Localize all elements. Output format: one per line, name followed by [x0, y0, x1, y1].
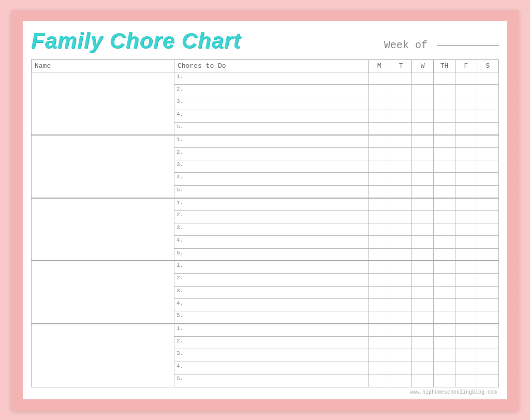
day-cell-1-1-5[interactable]: [477, 147, 498, 160]
day-cell-3-3-3[interactable]: [434, 298, 455, 311]
day-cell-1-0-2[interactable]: [412, 135, 434, 147]
day-cell-1-2-0[interactable]: [369, 160, 390, 173]
day-cell-1-1-1[interactable]: [390, 147, 412, 160]
day-cell-4-2-1[interactable]: [390, 349, 412, 362]
day-cell-2-4-0[interactable]: [369, 248, 390, 261]
day-cell-0-4-1[interactable]: [390, 122, 412, 134]
day-cell-4-2-4[interactable]: [455, 349, 477, 362]
chore-cell-3-2[interactable]: 3.: [174, 286, 368, 298]
day-cell-1-0-4[interactable]: [455, 135, 477, 147]
day-cell-0-2-1[interactable]: [390, 97, 412, 110]
day-cell-0-3-1[interactable]: [390, 110, 412, 122]
day-cell-4-1-5[interactable]: [477, 337, 498, 349]
day-cell-2-2-3[interactable]: [434, 223, 455, 235]
chore-cell-4-0[interactable]: 1.: [174, 324, 368, 336]
day-cell-3-3-2[interactable]: [412, 298, 434, 311]
day-cell-2-0-2[interactable]: [412, 198, 434, 211]
day-cell-0-3-3[interactable]: [434, 110, 455, 122]
chore-cell-4-2[interactable]: 3.: [174, 349, 368, 362]
day-cell-4-2-3[interactable]: [434, 349, 455, 362]
day-cell-1-4-1[interactable]: [390, 185, 412, 198]
chore-cell-1-4[interactable]: 5.: [174, 185, 368, 198]
day-cell-1-0-0[interactable]: [369, 135, 390, 147]
day-cell-3-3-0[interactable]: [369, 298, 390, 311]
day-cell-3-0-3[interactable]: [434, 261, 455, 273]
chore-cell-0-2[interactable]: 3.: [174, 97, 368, 110]
day-cell-0-1-0[interactable]: [369, 84, 390, 97]
day-cell-1-0-3[interactable]: [434, 135, 455, 147]
name-cell-2[interactable]: [32, 198, 174, 261]
day-cell-3-1-0[interactable]: [369, 274, 390, 286]
day-cell-0-0-5[interactable]: [477, 72, 498, 84]
chore-cell-1-0[interactable]: 1.: [174, 135, 368, 147]
day-cell-0-1-3[interactable]: [434, 84, 455, 97]
day-cell-4-2-0[interactable]: [369, 349, 390, 362]
day-cell-0-4-0[interactable]: [369, 122, 390, 134]
day-cell-1-4-3[interactable]: [434, 185, 455, 198]
chore-cell-2-1[interactable]: 2.: [174, 211, 368, 223]
day-cell-1-3-5[interactable]: [477, 173, 498, 185]
chore-cell-2-2[interactable]: 3.: [174, 223, 368, 235]
chore-cell-1-3[interactable]: 4.: [174, 173, 368, 185]
day-cell-3-0-2[interactable]: [412, 261, 434, 273]
day-cell-2-4-4[interactable]: [455, 248, 477, 261]
day-cell-3-4-5[interactable]: [477, 311, 498, 324]
day-cell-3-2-0[interactable]: [369, 286, 390, 298]
day-cell-4-0-3[interactable]: [434, 324, 455, 336]
day-cell-3-0-1[interactable]: [390, 261, 412, 273]
name-cell-0[interactable]: [32, 72, 174, 135]
day-cell-2-2-5[interactable]: [477, 223, 498, 235]
day-cell-1-1-3[interactable]: [434, 147, 455, 160]
day-cell-4-4-4[interactable]: [455, 374, 477, 387]
day-cell-2-0-0[interactable]: [369, 198, 390, 211]
day-cell-2-2-2[interactable]: [412, 223, 434, 235]
day-cell-1-4-2[interactable]: [412, 185, 434, 198]
day-cell-0-3-0[interactable]: [369, 110, 390, 122]
day-cell-0-2-0[interactable]: [369, 97, 390, 110]
day-cell-1-1-2[interactable]: [412, 147, 434, 160]
day-cell-2-1-2[interactable]: [412, 211, 434, 223]
day-cell-2-2-1[interactable]: [390, 223, 412, 235]
day-cell-2-3-1[interactable]: [390, 236, 412, 248]
day-cell-4-1-3[interactable]: [434, 337, 455, 349]
day-cell-2-3-0[interactable]: [369, 236, 390, 248]
day-cell-0-0-3[interactable]: [434, 72, 455, 84]
day-cell-2-3-5[interactable]: [477, 236, 498, 248]
chore-cell-0-1[interactable]: 2.: [174, 84, 368, 97]
day-cell-1-2-3[interactable]: [434, 160, 455, 173]
day-cell-3-2-4[interactable]: [455, 286, 477, 298]
day-cell-0-2-5[interactable]: [477, 97, 498, 110]
day-cell-2-3-4[interactable]: [455, 236, 477, 248]
day-cell-4-1-0[interactable]: [369, 337, 390, 349]
chore-cell-2-0[interactable]: 1.: [174, 198, 368, 211]
name-cell-4[interactable]: [32, 324, 174, 387]
day-cell-1-3-3[interactable]: [434, 173, 455, 185]
day-cell-0-4-5[interactable]: [477, 122, 498, 134]
day-cell-1-4-0[interactable]: [369, 185, 390, 198]
day-cell-0-0-4[interactable]: [455, 72, 477, 84]
chore-cell-3-1[interactable]: 2.: [174, 274, 368, 286]
day-cell-4-0-5[interactable]: [477, 324, 498, 336]
day-cell-2-4-5[interactable]: [477, 248, 498, 261]
day-cell-2-0-3[interactable]: [434, 198, 455, 211]
day-cell-0-2-4[interactable]: [455, 97, 477, 110]
name-cell-3[interactable]: [32, 261, 174, 324]
day-cell-0-4-3[interactable]: [434, 122, 455, 134]
day-cell-3-2-3[interactable]: [434, 286, 455, 298]
day-cell-1-0-1[interactable]: [390, 135, 412, 147]
day-cell-3-4-2[interactable]: [412, 311, 434, 324]
day-cell-3-0-4[interactable]: [455, 261, 477, 273]
day-cell-0-3-5[interactable]: [477, 110, 498, 122]
day-cell-4-3-3[interactable]: [434, 362, 455, 374]
day-cell-0-0-1[interactable]: [390, 72, 412, 84]
day-cell-1-2-1[interactable]: [390, 160, 412, 173]
day-cell-2-1-5[interactable]: [477, 211, 498, 223]
day-cell-1-2-2[interactable]: [412, 160, 434, 173]
day-cell-1-1-4[interactable]: [455, 147, 477, 160]
day-cell-3-4-1[interactable]: [390, 311, 412, 324]
day-cell-2-0-5[interactable]: [477, 198, 498, 211]
day-cell-0-4-2[interactable]: [412, 122, 434, 134]
day-cell-4-1-2[interactable]: [412, 337, 434, 349]
day-cell-2-4-1[interactable]: [390, 248, 412, 261]
day-cell-3-2-1[interactable]: [390, 286, 412, 298]
